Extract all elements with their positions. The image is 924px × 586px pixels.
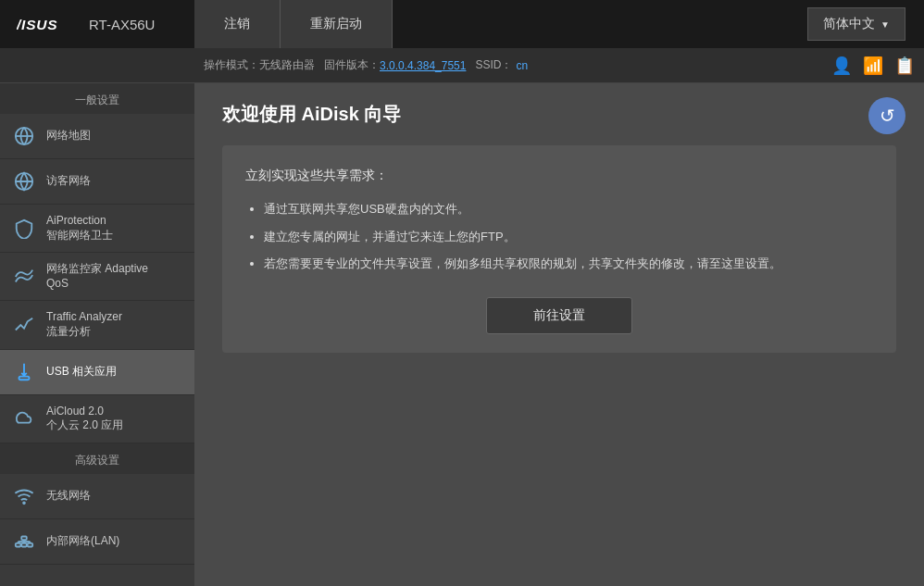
sidebar-item-network-map[interactable]: 网络地图 [0, 114, 194, 159]
sidebar-label-network-map: 网络地图 [46, 129, 91, 143]
sidebar-item-guest-network[interactable]: 访客网络 [0, 159, 194, 205]
content-subtitle: 立刻实现这些共享需求： [245, 164, 873, 187]
sidebar: 一般设置 网络地图 访客网络 AiProtection智能网络卫士 网络监控家 … [0, 83, 194, 586]
usb-icon[interactable]: 📋 [894, 56, 915, 76]
sidebar-label-lan: 内部网络(LAN) [46, 534, 119, 549]
content-box: 立刻实现这些共享需求： 通过互联网共享您USB硬盘内的文件。 建立您专属的网址，… [222, 145, 896, 353]
restart-button[interactable]: 重新启动 [281, 0, 393, 48]
sidebar-label-wireless: 无线网络 [46, 489, 91, 504]
sidebar-label-adaptive-qos: 网络监控家 AdaptiveQoS [46, 262, 148, 291]
svg-text:/ISUS: /ISUS [17, 18, 58, 33]
sidebar-section-advanced: 高级设置 [0, 443, 194, 474]
content-inner: ↺ 欢迎使用 AiDisk 向导 立刻实现这些共享需求： 通过互联网共享您USB… [194, 83, 924, 586]
language-selector[interactable]: 简体中文 ▼ [807, 7, 905, 41]
firmware-label: 固件版本： [324, 57, 380, 73]
main-layout: 一般设置 网络地图 访客网络 AiProtection智能网络卫士 网络监控家 … [0, 83, 924, 586]
ssid-label: SSID： [475, 57, 512, 73]
svg-rect-8 [21, 536, 27, 540]
sidebar-item-aicloud[interactable]: AiCloud 2.0个人云 2.0 应用 [0, 395, 194, 443]
usb-apps-icon [11, 359, 37, 385]
adaptive-qos-icon [11, 264, 37, 290]
sidebar-section-general: 一般设置 [0, 83, 194, 114]
go-button-wrapper: 前往设置 [245, 297, 873, 334]
header-icons: 👤 📶 📋 [831, 56, 915, 76]
user-icon[interactable]: 👤 [831, 56, 852, 76]
feature-item-1: 通过互联网共享您USB硬盘内的文件。 [264, 198, 873, 219]
network-map-icon [11, 123, 37, 149]
aicloud-icon [11, 405, 37, 431]
sidebar-item-lan[interactable]: 内部网络(LAN) [0, 519, 194, 565]
info-bar: 操作模式：无线路由器 固件版本： 3.0.0.4.384_7551 SSID： … [0, 48, 924, 83]
content-area: ↺ 欢迎使用 AiDisk 向导 立刻实现这些共享需求： 通过互联网共享您USB… [194, 83, 924, 586]
svg-rect-5 [16, 543, 21, 547]
sidebar-item-adaptive-qos[interactable]: 网络监控家 AdaptiveQoS [0, 253, 194, 301]
mode-label: 操作模式：无线路由器 [204, 57, 315, 73]
logo-area: /ISUS RT-AX56U [0, 0, 194, 48]
logo-model: RT-AX56U [89, 17, 155, 32]
wireless-icon [11, 483, 37, 509]
svg-point-4 [23, 502, 25, 504]
feature-item-2: 建立您专属的网址，并通过它来连上您的FTP。 [264, 226, 873, 247]
sidebar-label-aicloud: AiCloud 2.0个人云 2.0 应用 [46, 405, 123, 433]
go-to-settings-button[interactable]: 前往设置 [486, 297, 632, 334]
aiprotection-icon [11, 216, 37, 242]
svg-rect-6 [21, 543, 27, 547]
svg-rect-7 [28, 543, 32, 547]
back-button[interactable]: ↺ [868, 97, 905, 134]
traffic-analyzer-icon [11, 312, 37, 338]
ssid-value: cn [516, 59, 528, 72]
sidebar-label-traffic-analyzer: Traffic Analyzer流量分析 [46, 310, 122, 339]
feature-item-3: 若您需要更专业的文件共享设置，例如多组共享权限的规划，共享文件夹的修改，请至这里… [264, 253, 873, 274]
logout-button[interactable]: 注销 [194, 0, 281, 48]
top-bar: /ISUS RT-AX56U 注销 重新启动 简体中文 ▼ [0, 0, 924, 48]
sidebar-label-usb-apps: USB 相关应用 [46, 365, 117, 380]
logo-brand: /ISUS [17, 12, 81, 36]
sidebar-item-traffic-analyzer[interactable]: Traffic Analyzer流量分析 [0, 301, 194, 349]
chevron-down-icon: ▼ [880, 19, 890, 30]
sidebar-item-wireless[interactable]: 无线网络 [0, 474, 194, 519]
sidebar-label-aiprotection: AiProtection智能网络卫士 [46, 214, 113, 243]
top-nav: 注销 重新启动 简体中文 ▼ [194, 0, 924, 48]
sidebar-label-guest-network: 访客网络 [46, 174, 91, 189]
lan-icon [11, 529, 37, 555]
guest-network-icon [11, 168, 37, 194]
network-icon[interactable]: 📶 [863, 56, 883, 76]
sidebar-item-usb-apps[interactable]: USB 相关应用 [0, 350, 194, 395]
sidebar-item-aiprotection[interactable]: AiProtection智能网络卫士 [0, 205, 194, 253]
back-arrow-icon: ↺ [880, 105, 895, 127]
page-title: 欢迎使用 AiDisk 向导 [222, 102, 896, 127]
firmware-version-link[interactable]: 3.0.0.4.384_7551 [380, 59, 466, 72]
feature-list: 通过互联网共享您USB硬盘内的文件。 建立您专属的网址，并通过它来连上您的FTP… [245, 198, 873, 274]
